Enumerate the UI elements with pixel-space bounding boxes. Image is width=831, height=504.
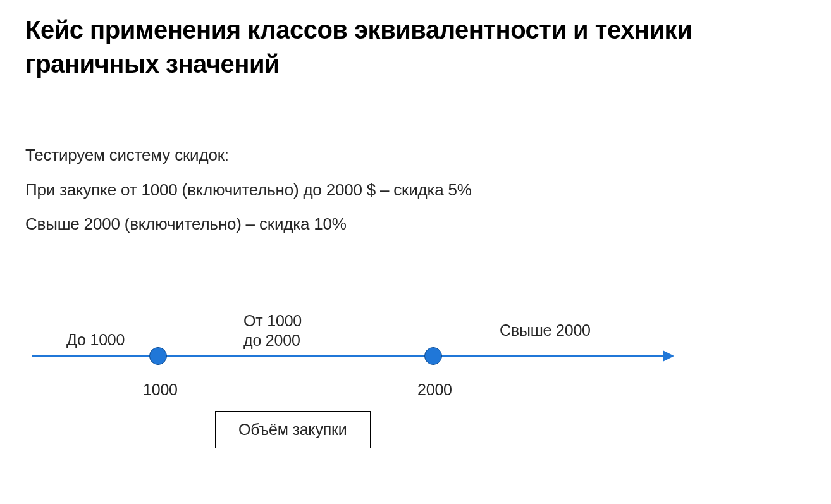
region-label-above-2000: Свыше 2000 bbox=[500, 321, 591, 340]
axis-line bbox=[32, 355, 664, 357]
region-label-line2: до 2000 bbox=[243, 331, 300, 349]
region-label-below-1000: До 1000 bbox=[66, 330, 125, 350]
boundary-point-2000 bbox=[424, 347, 442, 365]
boundary-point-1000 bbox=[149, 347, 167, 365]
page-title: Кейс применения классов эквивалентности … bbox=[25, 13, 806, 81]
axis-label-box: Объём закупки bbox=[215, 411, 371, 448]
description-block: Тестируем систему скидок: При закупке от… bbox=[25, 138, 806, 242]
region-label-1000-2000: От 1000 до 2000 bbox=[243, 311, 302, 351]
tick-label-2000: 2000 bbox=[417, 381, 452, 399]
number-line-diagram: До 1000 От 1000 до 2000 Свыше 2000 1000 … bbox=[32, 292, 677, 457]
region-label-line1: От 1000 bbox=[243, 312, 302, 329]
description-line-1: Тестируем систему скидок: bbox=[25, 138, 806, 173]
description-line-2: При закупке от 1000 (включительно) до 20… bbox=[25, 173, 806, 207]
axis-arrow-icon bbox=[663, 350, 674, 362]
tick-label-1000: 1000 bbox=[143, 381, 178, 399]
description-line-3: Свыше 2000 (включительно) – скидка 10% bbox=[25, 207, 806, 242]
